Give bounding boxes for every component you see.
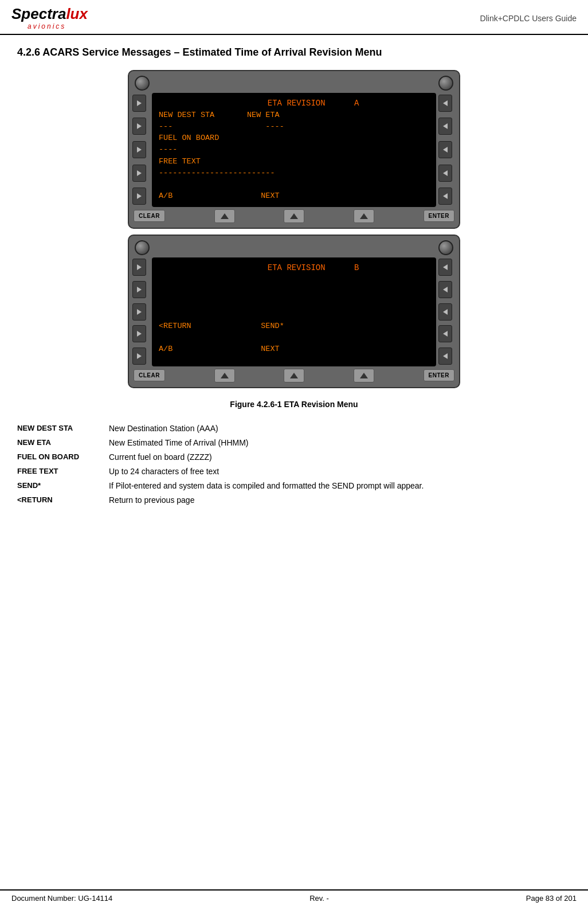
footer-page: Page 83 of 201 bbox=[526, 894, 577, 903]
screen-b-line6: <RETURN SEND* bbox=[159, 321, 429, 332]
desc-term-0: NEW DEST STA bbox=[17, 420, 109, 435]
device-a-left-lsk bbox=[132, 93, 150, 207]
device-a-right-lsk bbox=[438, 93, 456, 207]
desc-term-3: FREE TEXT bbox=[17, 463, 109, 478]
desc-term-5: <RETURN bbox=[17, 492, 109, 506]
desc-definition-5: Return to previous page bbox=[109, 492, 571, 506]
desc-row-2: FUEL ON BOARDCurrent fuel on board (ZZZZ… bbox=[17, 449, 571, 463]
logo: Spectralux bbox=[11, 6, 88, 22]
lsk-b-l2[interactable] bbox=[132, 281, 146, 298]
device-b-enter-button[interactable]: ENTER bbox=[424, 369, 454, 381]
device-b: ETA REVISION B <RETURN SEND* A/B NEXT bbox=[128, 235, 460, 388]
lsk-b-r3[interactable] bbox=[438, 303, 452, 321]
lsk-a-r4[interactable] bbox=[438, 165, 452, 182]
desc-row-5: <RETURNReturn to previous page bbox=[17, 492, 571, 506]
screen-b-line8: A/B NEXT bbox=[159, 343, 429, 355]
lsk-b-r4[interactable] bbox=[438, 325, 452, 342]
screen-a-line5: ---- bbox=[159, 144, 429, 155]
device-b-bottom: CLEAR ENTER bbox=[132, 366, 456, 384]
desc-term-4: SEND* bbox=[17, 478, 109, 492]
desc-term-1: NEW ETA bbox=[17, 435, 109, 449]
footer-doc-number: Document Number: UG-14114 bbox=[11, 894, 112, 903]
lsk-a-r3[interactable] bbox=[438, 141, 452, 158]
screen-b-line2 bbox=[159, 274, 429, 286]
device-b-right-knob[interactable] bbox=[438, 240, 453, 255]
screen-b-line3 bbox=[159, 286, 429, 297]
lsk-a-r1[interactable] bbox=[438, 95, 452, 112]
page-footer: Document Number: UG-14114 Rev. - Page 83… bbox=[0, 889, 588, 906]
screen-a-line7: ------------------------- bbox=[159, 167, 429, 179]
page-content: 4.2.6 ACARS Service Messages – Estimated… bbox=[0, 35, 588, 529]
desc-definition-1: New Estimated Time of Arrival (HHMM) bbox=[109, 435, 571, 449]
lsk-a-r2[interactable] bbox=[438, 118, 452, 135]
screen-b-line7 bbox=[159, 332, 429, 343]
logo-avionics: avionics bbox=[28, 22, 66, 30]
device-b-right-lsk bbox=[438, 257, 456, 366]
screen-a-line8 bbox=[159, 179, 429, 190]
desc-term-2: FUEL ON BOARD bbox=[17, 449, 109, 463]
lsk-a-l5[interactable] bbox=[132, 188, 146, 205]
device-a-arrow-up-1[interactable] bbox=[214, 209, 235, 223]
device-a-enter-button[interactable]: ENTER bbox=[424, 210, 454, 222]
screen-b-line4 bbox=[159, 297, 429, 308]
lsk-b-l3[interactable] bbox=[132, 303, 146, 321]
device-a-inner: ETA REVISION A NEW DEST STA NEW ETA --- … bbox=[132, 93, 456, 207]
screen-b-line1: ETA REVISION B bbox=[159, 262, 429, 274]
device-a-screen-content: ETA REVISION A NEW DEST STA NEW ETA --- … bbox=[152, 93, 436, 207]
screen-b-line5 bbox=[159, 308, 429, 320]
lsk-a-l2[interactable] bbox=[132, 118, 146, 135]
footer-rev: Rev. - bbox=[309, 894, 329, 903]
screen-a-line1: ETA REVISION A bbox=[159, 97, 429, 110]
device-a-right-knob[interactable] bbox=[438, 76, 453, 91]
logo-lux: lux bbox=[66, 5, 88, 22]
lsk-a-l3[interactable] bbox=[132, 141, 146, 158]
desc-definition-2: Current fuel on board (ZZZZ) bbox=[109, 449, 571, 463]
desc-row-3: FREE TEXTUp to 24 characters of free tex… bbox=[17, 463, 571, 478]
lsk-b-r1[interactable] bbox=[438, 259, 452, 276]
desc-definition-4: If Pilot-entered and system data is comp… bbox=[109, 478, 571, 492]
figure-caption: Figure 4.2.6-1 ETA Revision Menu bbox=[17, 400, 571, 409]
device-a-screen: ETA REVISION A NEW DEST STA NEW ETA --- … bbox=[152, 93, 436, 207]
lsk-b-l1[interactable] bbox=[132, 259, 146, 276]
screen-a-line6: FREE TEXT bbox=[159, 156, 429, 167]
lsk-b-l5[interactable] bbox=[132, 347, 146, 365]
lsk-a-l4[interactable] bbox=[132, 165, 146, 182]
device-a-top-knobs bbox=[132, 75, 456, 92]
devices-wrapper: ETA REVISION A NEW DEST STA NEW ETA --- … bbox=[17, 70, 571, 394]
device-a: ETA REVISION A NEW DEST STA NEW ETA --- … bbox=[128, 70, 460, 229]
lsk-a-r5[interactable] bbox=[438, 188, 452, 205]
device-b-screen: ETA REVISION B <RETURN SEND* A/B NEXT bbox=[152, 257, 436, 366]
desc-row-1: NEW ETANew Estimated Time of Arrival (HH… bbox=[17, 435, 571, 449]
device-a-bottom: CLEAR ENTER bbox=[132, 207, 456, 224]
device-b-top-knobs bbox=[132, 239, 456, 256]
page-header: Spectralux avionics Dlink+CPDLC Users Gu… bbox=[0, 0, 588, 35]
logo-spectra: Spectra bbox=[11, 5, 66, 22]
lsk-a-l1[interactable] bbox=[132, 95, 146, 112]
device-a-arrow-up-3[interactable] bbox=[354, 209, 374, 223]
lsk-b-r5[interactable] bbox=[438, 347, 452, 365]
desc-row-4: SEND*If Pilot-entered and system data is… bbox=[17, 478, 571, 492]
screen-a-line4: FUEL ON BOARD bbox=[159, 132, 429, 144]
device-a-arrow-up-2[interactable] bbox=[284, 209, 304, 223]
lsk-b-r2[interactable] bbox=[438, 281, 452, 298]
device-b-inner: ETA REVISION B <RETURN SEND* A/B NEXT bbox=[132, 257, 456, 366]
device-b-arrow-up-1[interactable] bbox=[214, 369, 235, 382]
device-b-clear-button[interactable]: CLEAR bbox=[134, 369, 165, 381]
lsk-b-l4[interactable] bbox=[132, 325, 146, 342]
screen-a-line3: --- ---- bbox=[159, 121, 429, 132]
desc-definition-0: New Destination Station (AAA) bbox=[109, 420, 571, 435]
screen-a-line2: NEW DEST STA NEW ETA bbox=[159, 110, 429, 121]
device-b-arrow-up-3[interactable] bbox=[354, 369, 374, 382]
desc-definition-3: Up to 24 characters of free text bbox=[109, 463, 571, 478]
device-b-left-knob[interactable] bbox=[135, 240, 150, 255]
header-title: Dlink+CPDLC Users Guide bbox=[480, 6, 577, 23]
desc-row-0: NEW DEST STANew Destination Station (AAA… bbox=[17, 420, 571, 435]
device-a-clear-button[interactable]: CLEAR bbox=[134, 210, 165, 222]
description-table: NEW DEST STANew Destination Station (AAA… bbox=[17, 420, 571, 506]
logo-area: Spectralux avionics bbox=[11, 6, 88, 30]
section-heading: 4.2.6 ACARS Service Messages – Estimated… bbox=[17, 46, 571, 58]
device-b-left-lsk bbox=[132, 257, 150, 366]
device-a-left-knob[interactable] bbox=[135, 76, 150, 91]
device-b-arrow-up-2[interactable] bbox=[284, 369, 304, 382]
screen-a-line9: A/B NEXT bbox=[159, 190, 429, 202]
